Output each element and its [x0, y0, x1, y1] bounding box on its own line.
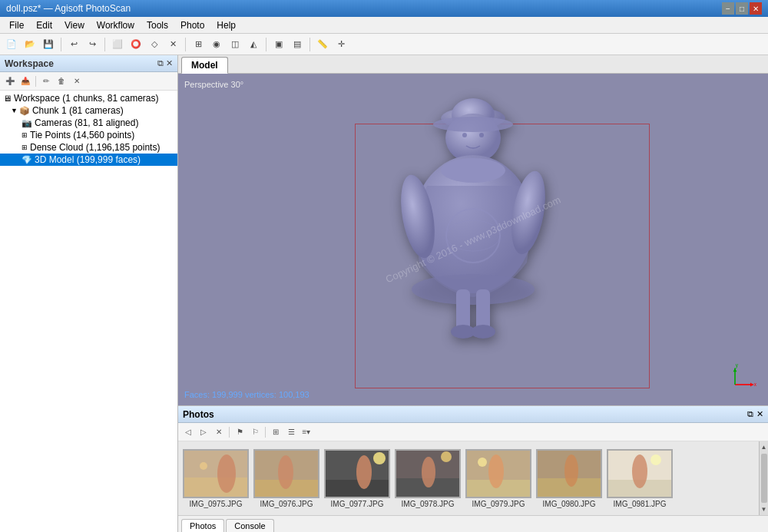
toolbar-select-rect[interactable]: ⬜	[109, 36, 126, 53]
workspace-float-btn[interactable]: ⧉	[157, 58, 164, 68]
viewport-3d[interactable]: Perspective 30°	[178, 74, 768, 405]
tree-3dmodel[interactable]: 💎 3D Model (199,999 faces)	[0, 154, 177, 166]
photo-thumb-0979[interactable]: IMG_0979.JPG	[465, 449, 531, 508]
photo-img-0979[interactable]	[465, 449, 531, 498]
scroll-down-arrow[interactable]: ▼	[760, 504, 768, 514]
toolbar-texture[interactable]: ◭	[245, 36, 262, 53]
photo-label-0978: IMG_0978.JPG	[402, 500, 455, 508]
photo-thumb-0977[interactable]: IMG_0977.JPG	[324, 449, 390, 508]
tree-densecloud-label: Dense Cloud (1,196,185 points)	[30, 142, 160, 153]
photo-preview-0980	[538, 451, 601, 497]
photo-thumb-0976[interactable]: IMG_0976.JPG	[253, 449, 319, 508]
photo-preview-0981	[608, 451, 671, 497]
toolbar-surface[interactable]: ◫	[227, 36, 243, 53]
menu-photo[interactable]: Photo	[174, 18, 210, 32]
toolbar-point[interactable]: ◉	[208, 36, 225, 53]
tree-cameras-label: Cameras (81, 81 aligned)	[35, 117, 138, 128]
svg-rect-25	[184, 477, 247, 497]
tree-root[interactable]: 🖥 Workspace (1 chunks, 81 cameras)	[0, 92, 177, 104]
photo-label-0979: IMG_0979.JPG	[472, 500, 525, 508]
maximize-button[interactable]: □	[736, 2, 748, 15]
minimize-button[interactable]: −	[722, 2, 734, 15]
tree-cameras[interactable]: 📷 Cameras (81, 81 aligned)	[0, 117, 177, 129]
svg-text:y: y	[736, 363, 739, 368]
svg-point-15	[471, 325, 495, 339]
toolbar-undo[interactable]: ↩	[65, 36, 82, 53]
toolbar-new[interactable]: 📄	[3, 36, 20, 53]
scroll-up-arrow[interactable]: ▲	[760, 442, 768, 452]
photo-thumb-0975[interactable]: IMG_0975.JPG	[183, 449, 249, 508]
svg-point-30	[278, 455, 293, 489]
svg-marker-22	[733, 368, 737, 372]
photo-img-0980[interactable]	[536, 449, 602, 498]
ws-edit-btn[interactable]: ✏	[39, 74, 53, 88]
tree-tiepoints[interactable]: ⊞ Tie Points (14,560 points)	[0, 129, 177, 141]
svg-point-48	[632, 454, 647, 488]
photos-list-btn[interactable]: ☰	[284, 425, 298, 439]
toolbar-chunk[interactable]: ▣	[270, 36, 287, 53]
photos-header-controls: ⧉ ✕	[747, 409, 763, 419]
tree-tiepoints-label: Tie Points (14,560 points)	[30, 130, 134, 140]
title-bar: doll.psz* — Agisoft PhotoScan − □ ✕	[0, 0, 768, 17]
doll-svg	[350, 94, 596, 385]
photos-float-btn[interactable]: ⧉	[747, 409, 753, 419]
toolbar-move[interactable]: ✛	[333, 36, 349, 53]
tab-model[interactable]: Model	[181, 57, 228, 74]
photos-unflag-btn[interactable]: ⚐	[248, 425, 262, 439]
photo-label-0977: IMG_0977.JPG	[331, 500, 384, 508]
menu-workflow[interactable]: Workflow	[91, 18, 141, 32]
photo-preview-0979	[467, 451, 530, 497]
svg-point-33	[356, 455, 372, 489]
photos-content: IMG_0975.JPG IMG_0976.JPG	[178, 441, 759, 515]
photo-img-0978[interactable]	[395, 449, 461, 498]
menu-view[interactable]: View	[58, 18, 91, 32]
window-controls: − □ ✕	[722, 2, 762, 15]
toolbar-sep-2	[104, 38, 105, 51]
menu-file[interactable]: File	[3, 18, 30, 32]
toolbar-save[interactable]: 💾	[40, 36, 57, 53]
ws-add-btn[interactable]: ➕	[3, 74, 17, 88]
tree-chunk[interactable]: ▼ 📦 Chunk 1 (81 cameras)	[0, 104, 177, 117]
photo-img-0977[interactable]	[324, 449, 390, 498]
photo-img-0981[interactable]	[607, 449, 673, 498]
menu-tools[interactable]: Tools	[141, 18, 174, 32]
photo-thumb-0978[interactable]: IMG_0978.JPG	[395, 449, 461, 508]
toolbar-redo[interactable]: ↪	[84, 36, 101, 53]
workspace-close-btn[interactable]: ✕	[166, 58, 173, 68]
tree-root-label: Workspace (1 chunks, 81 cameras)	[14, 93, 159, 104]
menu-edit[interactable]: Edit	[30, 18, 58, 32]
ws-delete-btn[interactable]: 🗑	[55, 74, 68, 88]
photo-thumb-0981[interactable]: IMG_0981.JPG	[607, 449, 673, 508]
ws-close-btn[interactable]: ✕	[70, 74, 84, 88]
toolbar-align[interactable]: ▤	[289, 36, 306, 53]
photos-back-btn[interactable]: ◁	[181, 425, 195, 439]
photos-grid-btn[interactable]: ⊞	[269, 425, 283, 439]
photos-forward-btn[interactable]: ▷	[197, 425, 210, 439]
close-button[interactable]: ✕	[750, 2, 762, 15]
toolbar-grid[interactable]: ⊞	[190, 36, 207, 53]
toolbar-deselect[interactable]: ✕	[164, 36, 181, 53]
photos-remove-btn[interactable]: ✕	[212, 425, 226, 439]
photos-flag-btn[interactable]: ⚑	[233, 425, 247, 439]
photo-img-0975[interactable]	[183, 449, 249, 498]
toolbar-select-free[interactable]: ◇	[146, 36, 163, 53]
photo-thumb-0980[interactable]: IMG_0980.JPG	[536, 449, 602, 508]
toolbar-open[interactable]: 📂	[22, 36, 38, 53]
photos-content-wrapper: IMG_0975.JPG IMG_0976.JPG	[178, 441, 768, 515]
menu-help[interactable]: Help	[210, 18, 242, 32]
toolbar-sep-3	[185, 38, 186, 51]
photos-tab-console[interactable]: Console	[226, 519, 273, 532]
tree-chunk-expand[interactable]: ▼	[11, 107, 18, 114]
photos-detail-btn[interactable]: ≡▾	[300, 425, 313, 439]
photos-close-btn[interactable]: ✕	[756, 409, 763, 419]
toolbar-measure[interactable]: 📏	[314, 36, 331, 53]
photo-label-0976: IMG_0976.JPG	[260, 500, 313, 508]
photos-scrollbar: ▲ ▼	[759, 441, 768, 515]
photo-img-0976[interactable]	[253, 449, 319, 498]
viewport-faces-info: Faces: 199,999 vertices: 100,193	[184, 390, 310, 399]
photos-tab-photos[interactable]: Photos	[181, 519, 224, 532]
tree-densecloud[interactable]: ⊞ Dense Cloud (1,196,185 points)	[0, 141, 177, 154]
ws-import-btn[interactable]: 📥	[18, 74, 32, 88]
toolbar-select-circle[interactable]: ⭕	[127, 36, 144, 53]
main-toolbar: 📄 📂 💾 ↩ ↪ ⬜ ⭕ ◇ ✕ ⊞ ◉ ◫ ◭ ▣ ▤ 📏 ✛	[0, 34, 768, 55]
